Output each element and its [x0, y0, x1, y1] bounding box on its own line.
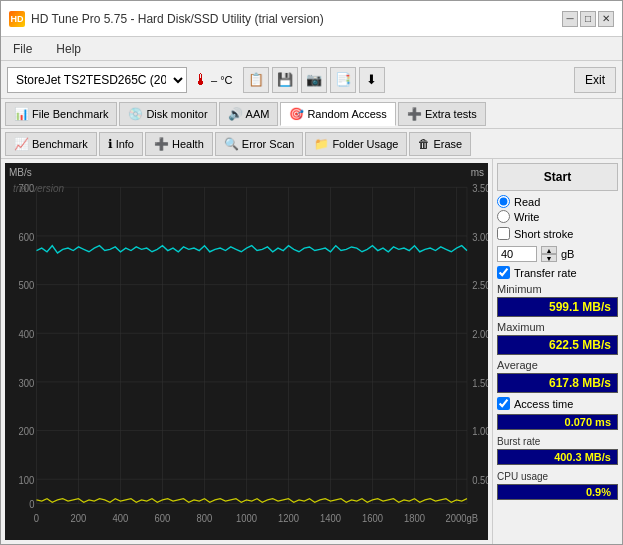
- read-label: Read: [514, 196, 540, 208]
- info-icon-btn[interactable]: 📋: [243, 67, 269, 93]
- nav-info[interactable]: ℹ Info: [99, 132, 143, 156]
- svg-text:300: 300: [19, 377, 35, 389]
- menu-file[interactable]: File: [9, 41, 36, 57]
- disk-monitor-icon: 💿: [128, 107, 143, 121]
- menu-help[interactable]: Help: [52, 41, 85, 57]
- svg-text:3.50: 3.50: [472, 183, 488, 195]
- start-button[interactable]: Start: [497, 163, 618, 191]
- short-stroke-checkbox[interactable]: [497, 227, 510, 240]
- temperature-display: 🌡 – °C: [193, 71, 233, 89]
- benchmark-icon: 📈: [14, 137, 29, 151]
- svg-text:0: 0: [34, 512, 40, 524]
- nav-aam[interactable]: 🔊 AAM: [219, 102, 279, 126]
- cpu-usage-value: 0.9%: [497, 484, 618, 500]
- main-content: MB/s ms trial version: [1, 159, 622, 544]
- svg-text:2000gB: 2000gB: [445, 512, 478, 524]
- close-button[interactable]: ✕: [598, 11, 614, 27]
- nav-disk-monitor-label: Disk monitor: [146, 108, 207, 120]
- svg-text:1000: 1000: [236, 512, 257, 524]
- write-label: Write: [514, 211, 539, 223]
- drive-select[interactable]: StoreJet TS2TESD265C (2000 gB): [7, 67, 187, 93]
- read-radio-label[interactable]: Read: [497, 195, 618, 208]
- access-time-checkbox[interactable]: [497, 397, 510, 410]
- minimum-section: Minimum 599.1 MB/s: [497, 283, 618, 317]
- read-write-radio-group: Read Write: [497, 195, 618, 223]
- title-bar-left: HD HD Tune Pro 5.75 - Hard Disk/SSD Util…: [9, 11, 324, 27]
- minimize-button[interactable]: ─: [562, 11, 578, 27]
- write-radio[interactable]: [497, 210, 510, 223]
- title-bar: HD HD Tune Pro 5.75 - Hard Disk/SSD Util…: [1, 1, 622, 37]
- nav-erase[interactable]: 🗑 Erase: [409, 132, 471, 156]
- nav-extra-tests[interactable]: ➕ Extra tests: [398, 102, 486, 126]
- gb-input[interactable]: 40: [497, 246, 537, 262]
- access-time-label: Access time: [514, 398, 573, 410]
- svg-text:400: 400: [19, 328, 35, 340]
- svg-text:800: 800: [197, 512, 213, 524]
- burst-rate-label: Burst rate: [497, 436, 618, 447]
- nav-disk-monitor[interactable]: 💿 Disk monitor: [119, 102, 216, 126]
- short-stroke-label[interactable]: Short stroke: [497, 227, 618, 240]
- nav-random-access-label: Random Access: [307, 108, 386, 120]
- svg-text:1600: 1600: [362, 512, 383, 524]
- average-label: Average: [497, 359, 618, 371]
- file-benchmark-icon: 📊: [14, 107, 29, 121]
- toolbar: StoreJet TS2TESD265C (2000 gB) 🌡 – °C 📋 …: [1, 61, 622, 99]
- window-controls: ─ □ ✕: [562, 11, 614, 27]
- gb-unit: gB: [561, 248, 574, 260]
- svg-text:1200: 1200: [278, 512, 299, 524]
- gb-spin-up[interactable]: ▲: [541, 246, 557, 254]
- maximum-value: 622.5 MB/s: [497, 335, 618, 355]
- gb-spinner: ▲ ▼: [541, 246, 557, 262]
- gb-spin-down[interactable]: ▼: [541, 254, 557, 262]
- svg-text:200: 200: [19, 426, 35, 438]
- save-icon-btn[interactable]: 💾: [272, 67, 298, 93]
- svg-text:1.50: 1.50: [472, 377, 488, 389]
- svg-text:200: 200: [71, 512, 87, 524]
- window-title: HD Tune Pro 5.75 - Hard Disk/SSD Utility…: [31, 12, 324, 26]
- burst-rate-section: Burst rate 400.3 MB/s: [497, 434, 618, 465]
- maximum-section: Maximum 622.5 MB/s: [497, 321, 618, 355]
- erase-icon: 🗑: [418, 137, 430, 151]
- cpu-usage-section: CPU usage 0.9%: [497, 469, 618, 500]
- average-section: Average 617.8 MB/s: [497, 359, 618, 393]
- svg-text:600: 600: [155, 512, 171, 524]
- exit-button[interactable]: Exit: [574, 67, 616, 93]
- read-radio[interactable]: [497, 195, 510, 208]
- copy-icon-btn[interactable]: 📑: [330, 67, 356, 93]
- maximize-button[interactable]: □: [580, 11, 596, 27]
- average-value: 617.8 MB/s: [497, 373, 618, 393]
- nav-random-access[interactable]: 🎯 Random Access: [280, 102, 395, 126]
- svg-text:400: 400: [113, 512, 129, 524]
- thermometer-icon: 🌡: [193, 71, 209, 89]
- download-icon-btn[interactable]: ⬇: [359, 67, 385, 93]
- nav-folder-usage-label: Folder Usage: [332, 138, 398, 150]
- y-right-label: ms: [471, 167, 484, 178]
- nav-error-scan[interactable]: 🔍 Error Scan: [215, 132, 304, 156]
- access-time-row: Access time: [497, 397, 618, 410]
- nav-erase-label: Erase: [433, 138, 462, 150]
- random-access-icon: 🎯: [289, 107, 304, 121]
- temp-value: – °C: [211, 74, 233, 86]
- svg-text:1800: 1800: [404, 512, 425, 524]
- access-time-value: 0.070 ms: [497, 414, 618, 430]
- svg-text:2.50: 2.50: [472, 280, 488, 292]
- nav-info-label: Info: [116, 138, 134, 150]
- nav-benchmark[interactable]: 📈 Benchmark: [5, 132, 97, 156]
- nav-folder-usage[interactable]: 📁 Folder Usage: [305, 132, 407, 156]
- y-left-label: MB/s: [9, 167, 32, 178]
- nav-row-1: 📊 File Benchmark 💿 Disk monitor 🔊 AAM 🎯 …: [1, 99, 622, 129]
- nav-file-benchmark[interactable]: 📊 File Benchmark: [5, 102, 117, 126]
- transfer-rate-label: Transfer rate: [514, 267, 577, 279]
- write-radio-label[interactable]: Write: [497, 210, 618, 223]
- svg-text:0: 0: [29, 499, 35, 511]
- svg-text:500: 500: [19, 280, 35, 292]
- nav-error-scan-label: Error Scan: [242, 138, 295, 150]
- minimum-value: 599.1 MB/s: [497, 297, 618, 317]
- transfer-rate-checkbox[interactable]: [497, 266, 510, 279]
- svg-text:1400: 1400: [320, 512, 341, 524]
- folder-usage-icon: 📁: [314, 137, 329, 151]
- nav-health[interactable]: ➕ Health: [145, 132, 213, 156]
- maximum-label: Maximum: [497, 321, 618, 333]
- camera-icon-btn[interactable]: 📷: [301, 67, 327, 93]
- toolbar-icons: 📋 💾 📷 📑 ⬇: [243, 67, 385, 93]
